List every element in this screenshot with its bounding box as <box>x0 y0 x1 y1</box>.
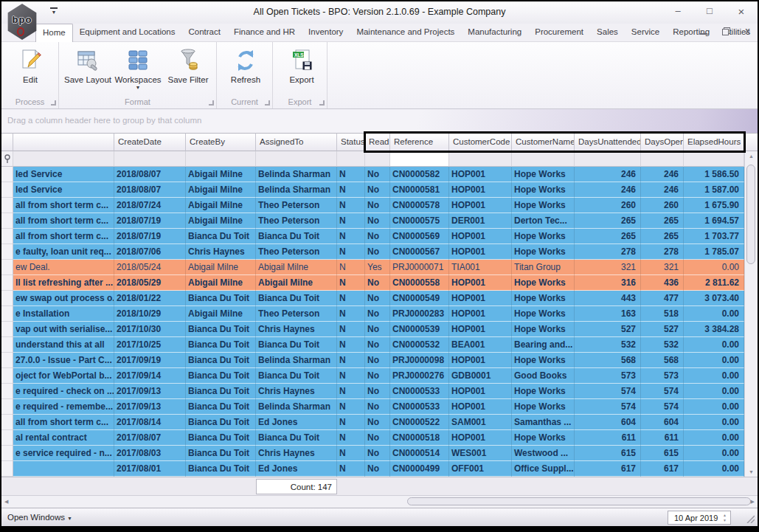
cell-customercode[interactable]: HOP001 <box>449 353 512 368</box>
cell-daysunattended[interactable]: 527 <box>575 322 641 337</box>
filter-cell-status[interactable] <box>337 151 365 167</box>
cell-assignedto[interactable]: Chris Haynes <box>256 322 337 337</box>
cell-createdate[interactable]: 2017/10/25 <box>114 337 186 353</box>
open-windows-button[interactable]: Open Windows▼ <box>7 513 72 522</box>
ticket-row[interactable]: al rental contract2017/08/07Bianca Du To… <box>1 430 744 446</box>
scroll-down-icon[interactable]: ▼ <box>745 469 758 474</box>
ticket-row[interactable]: e required - check on ...2017/09/13Bianc… <box>1 384 744 399</box>
cell-description[interactable]: led Service <box>13 182 114 198</box>
cell-read[interactable]: No <box>365 229 390 244</box>
cell-reference[interactable]: CN0000567 <box>390 244 449 260</box>
cell-read[interactable]: No <box>365 399 390 415</box>
cell-reference[interactable]: CN0000518 <box>390 430 449 446</box>
cell-elapsedhours[interactable]: 0.00 <box>684 399 744 415</box>
cell-reference[interactable]: PRJ0000276 <box>390 368 449 384</box>
ticket-row[interactable]: all from short term c...2018/07/19Bianca… <box>1 229 744 244</box>
cell-createdate[interactable]: 2017/08/03 <box>114 446 186 461</box>
cell-read[interactable]: No <box>365 306 390 322</box>
cell-assignedto[interactable]: Ed Jones <box>256 461 337 477</box>
cell-elapsedhours[interactable]: 1 703.77 <box>684 229 744 244</box>
maximize-icon[interactable]: □ <box>704 5 715 18</box>
cell-daysunattended[interactable]: 265 <box>575 229 641 244</box>
cell-reference[interactable]: CN0000582 <box>390 167 449 182</box>
filter-cell-customername[interactable] <box>512 151 575 167</box>
ticket-row[interactable]: all from short term c...2017/08/14Bianca… <box>1 415 744 430</box>
cell-status[interactable]: N <box>337 337 365 353</box>
cell-createby[interactable]: Abigail Milne <box>186 275 256 291</box>
save-layout-button[interactable]: Save Layout <box>65 46 111 95</box>
cell-customercode[interactable]: OFF001 <box>449 461 512 477</box>
cell-read[interactable]: No <box>365 430 390 446</box>
cell-createby[interactable]: Bianca Du Toit <box>186 291 256 306</box>
tab-procurement[interactable]: Procurement <box>528 24 590 42</box>
date-editor[interactable]: 10 Apr 2019 ▲▼ <box>668 511 731 525</box>
cell-status[interactable]: N <box>337 399 365 415</box>
cell-daysunattended[interactable]: 246 <box>575 167 641 182</box>
ticket-row[interactable]: led Service2018/08/07Abigail MilneBelind… <box>1 182 744 198</box>
cell-reference[interactable]: CN0000522 <box>390 415 449 430</box>
resize-grip-icon[interactable] <box>746 513 755 522</box>
cell-customername[interactable]: Hope Works <box>512 322 575 337</box>
cell-customername[interactable]: Bearing and... <box>512 337 575 353</box>
close-icon[interactable]: × <box>735 5 747 18</box>
cell-customername[interactable]: Good Books <box>512 368 575 384</box>
cell-customername[interactable]: Hope Works <box>512 244 575 260</box>
cell-daysunattended[interactable]: 574 <box>575 384 641 399</box>
cell-createby[interactable]: Abigail Milne <box>186 306 256 322</box>
cell-reference[interactable]: PRJ0000098 <box>390 353 449 368</box>
tab-home[interactable]: Home <box>35 24 73 42</box>
cell-read[interactable]: No <box>365 244 390 260</box>
cell-status[interactable]: N <box>337 167 365 182</box>
cell-description[interactable]: all from short term c... <box>13 229 114 244</box>
cell-createdate[interactable]: 2018/07/19 <box>114 213 186 229</box>
cell-createby[interactable]: Bianca Du Toit <box>186 399 256 415</box>
cell-description[interactable]: oject for WebPortal b... <box>13 368 114 384</box>
cell-status[interactable]: N <box>337 306 365 322</box>
tab-manufacturing[interactable]: Manufacturing <box>461 24 528 42</box>
cell-createdate[interactable]: 2017/10/30 <box>114 322 186 337</box>
cell-assignedto[interactable]: Theo Peterson <box>256 213 337 229</box>
column-header-assignedto[interactable]: AssignedTo <box>256 133 337 151</box>
filter-cell-assignedto[interactable] <box>256 151 337 167</box>
cell-elapsedhours[interactable]: 0.00 <box>684 430 744 446</box>
cell-customername[interactable]: Hope Works <box>512 353 575 368</box>
cell-description[interactable]: al rental contract <box>13 430 114 446</box>
cell-createby[interactable]: Bianca Du Toit <box>186 461 256 477</box>
cell-customername[interactable]: Samanthas ... <box>512 415 575 430</box>
cell-daysopen[interactable]: 574 <box>641 399 684 415</box>
cell-customercode[interactable]: HOP001 <box>449 291 512 306</box>
vertical-scrollbar[interactable]: ▲ ▼ <box>744 151 758 477</box>
cell-daysunattended[interactable]: 532 <box>575 337 641 353</box>
cell-createdate[interactable]: 2017/08/01 <box>114 461 186 477</box>
cell-elapsedhours[interactable]: 0.00 <box>684 461 744 477</box>
cell-assignedto[interactable]: Abigail Milne <box>256 260 337 275</box>
cell-assignedto[interactable]: Theo Peterson <box>256 306 337 322</box>
filter-cell-createby[interactable] <box>186 151 256 167</box>
cell-daysunattended[interactable]: 246 <box>575 182 641 198</box>
vertical-scroll-thumb[interactable] <box>746 165 755 264</box>
cell-createby[interactable]: Chris Haynes <box>186 244 256 260</box>
cell-customername[interactable]: Office Suppl... <box>512 461 575 477</box>
cell-createdate[interactable]: 2018/07/06 <box>114 244 186 260</box>
cell-customername[interactable]: Hope Works <box>512 430 575 446</box>
cell-daysunattended[interactable]: 278 <box>575 244 641 260</box>
cell-createdate[interactable]: 2017/09/13 <box>114 399 186 415</box>
cell-customername[interactable]: Hope Works <box>512 399 575 415</box>
scroll-left-icon[interactable]: ◀ <box>4 499 8 505</box>
cell-status[interactable]: N <box>337 213 365 229</box>
column-header-status[interactable]: Status <box>337 133 365 151</box>
cell-elapsedhours[interactable]: 0.00 <box>684 353 744 368</box>
cell-daysopen[interactable]: 321 <box>641 260 684 275</box>
cell-customercode[interactable]: GDB0001 <box>449 368 512 384</box>
filter-cell-elapsedhours[interactable] <box>684 151 744 167</box>
cell-assignedto[interactable]: Bianca Du Toit <box>256 368 337 384</box>
cell-read[interactable]: No <box>365 182 390 198</box>
cell-daysunattended[interactable]: 443 <box>575 291 641 306</box>
process-dialog-launcher-icon[interactable] <box>51 100 56 106</box>
cell-daysopen[interactable]: 265 <box>641 213 684 229</box>
cell-daysopen[interactable]: 518 <box>641 306 684 322</box>
ticket-row[interactable]: understand this at all2017/10/25Bianca D… <box>1 337 744 353</box>
cell-customercode[interactable]: HOP001 <box>449 430 512 446</box>
cell-daysunattended[interactable]: 604 <box>575 415 641 430</box>
cell-reference[interactable]: CN0000581 <box>390 182 449 198</box>
